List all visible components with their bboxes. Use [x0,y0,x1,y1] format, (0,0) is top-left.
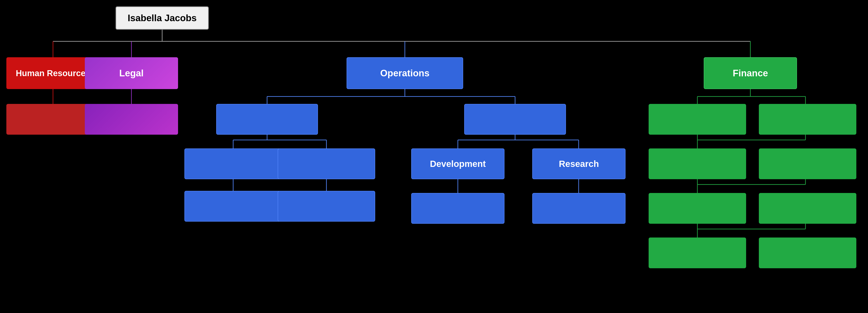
root-node: Isabella Jacobs [116,6,209,30]
ops-right-child-node [464,104,566,135]
finance-right4-node [759,237,856,268]
research-child-node [532,193,625,224]
finance-left2-node [649,148,746,179]
finance-right3-node [759,193,856,224]
org-chart: Isabella Jacobs Human Resources Legal Op… [0,0,868,313]
development-node: Development [411,148,504,179]
legal-node: Legal [85,57,178,89]
ops-left-child-node [216,104,318,135]
finance-left1-node [649,104,746,135]
ops-left-sub1-node [184,148,282,179]
ops-left-sub2-node [278,148,375,179]
legal-child-node [85,104,178,135]
research-node: Research [532,148,625,179]
finance-right2-node [759,148,856,179]
operations-node: Operations [347,57,463,89]
finance-node: Finance [704,57,797,89]
ops-left-sub1b-node [184,191,282,222]
development-child-node [411,193,504,224]
finance-left4-node [649,237,746,268]
finance-right1-node [759,104,856,135]
finance-left3-node [649,193,746,224]
ops-left-sub2b-node [278,191,375,222]
